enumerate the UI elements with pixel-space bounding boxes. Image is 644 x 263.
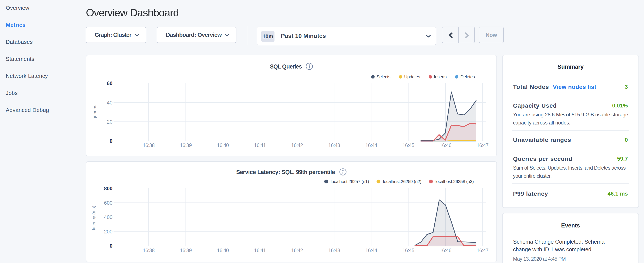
svg-text:16:45: 16:45 <box>402 247 414 253</box>
svg-text:16:44: 16:44 <box>365 247 377 253</box>
svg-text:16:43: 16:43 <box>328 142 340 148</box>
svg-text:16:44: 16:44 <box>365 142 377 148</box>
svg-text:16:43: 16:43 <box>328 247 340 253</box>
svg-text:latency (ms): latency (ms) <box>91 206 96 230</box>
svg-text:400: 400 <box>104 214 112 220</box>
svg-text:40: 40 <box>107 100 112 106</box>
svg-text:16:40: 16:40 <box>217 247 229 253</box>
svg-text:16:46: 16:46 <box>440 142 451 148</box>
svg-text:0: 0 <box>110 138 112 144</box>
svg-text:0: 0 <box>110 243 112 249</box>
svg-text:16:39: 16:39 <box>180 247 192 253</box>
svg-text:16:38: 16:38 <box>143 247 154 253</box>
svg-text:16:41: 16:41 <box>254 247 266 253</box>
svg-text:60: 60 <box>107 80 112 86</box>
svg-text:16:47: 16:47 <box>477 142 488 148</box>
svg-text:200: 200 <box>104 229 112 234</box>
svg-text:800: 800 <box>104 185 112 191</box>
svg-text:queries: queries <box>92 105 97 120</box>
svg-text:16:38: 16:38 <box>143 142 154 148</box>
svg-text:16:39: 16:39 <box>180 142 192 148</box>
svg-text:600: 600 <box>104 200 112 206</box>
svg-text:16:46: 16:46 <box>440 247 451 253</box>
svg-text:16:42: 16:42 <box>291 247 303 253</box>
svg-text:16:40: 16:40 <box>217 142 229 148</box>
svg-text:16:47: 16:47 <box>477 247 488 253</box>
svg-text:16:45: 16:45 <box>402 142 414 148</box>
svg-text:16:41: 16:41 <box>254 142 266 148</box>
svg-text:16:42: 16:42 <box>291 142 303 148</box>
svg-text:20: 20 <box>107 119 112 125</box>
